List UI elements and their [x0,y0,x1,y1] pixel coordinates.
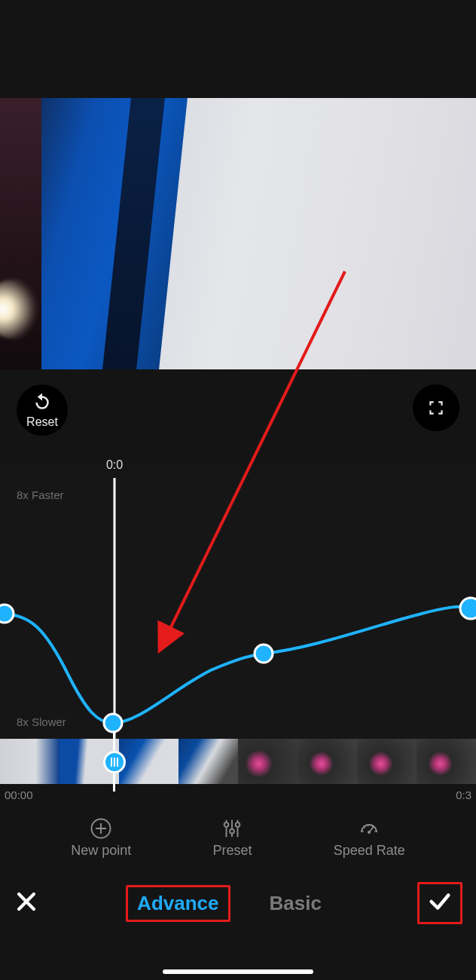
svg-point-3 [236,822,240,827]
close-icon [14,889,39,914]
timeline-start: 00:00 [5,789,33,801]
curve-point-1[interactable] [0,605,14,623]
speed-curve-svg [0,478,476,739]
timeline-end: 0:3 [456,789,471,801]
timeline-thumbnails[interactable] [0,739,476,784]
cancel-button[interactable] [14,889,39,917]
home-indicator[interactable] [163,969,313,974]
curve-point-2[interactable] [104,714,122,732]
fullscreen-button[interactable] [413,384,459,431]
mode-tabs: Advance Basic [126,885,331,922]
thumbnail[interactable] [0,739,60,784]
reset-icon [31,391,53,417]
preset-button[interactable]: Preset [212,817,252,859]
timeline-playhead-knob[interactable] [103,751,126,773]
gauge-icon [358,817,380,840]
video-preview[interactable] [0,98,476,369]
tab-advance[interactable]: Advance [126,885,230,922]
bottom-bar: Advance Basic [0,869,476,937]
playhead-time: 0:0 [96,458,133,472]
timeline-times: 00:00 0:3 [0,784,476,801]
thumbnail[interactable] [119,739,178,784]
reset-label: Reset [26,415,58,429]
curve-point-4[interactable] [460,598,476,619]
speed-toolbar: New point Preset Speed Rate [0,801,476,869]
new-point-button[interactable]: New point [71,817,131,859]
preset-label: Preset [212,843,252,859]
confirm-highlight [417,882,462,924]
speed-rate-button[interactable]: Speed Rate [334,817,405,859]
speed-graph[interactable]: 8x Faster 8x Slower [0,478,476,739]
check-icon [427,889,453,914]
thumbnail[interactable] [357,739,416,784]
video-frame [0,98,476,369]
preview-controls: Reset [0,369,476,460]
speed-rate-label: Speed Rate [334,843,405,859]
thumbnail[interactable] [298,739,357,784]
plus-circle-icon [90,817,112,840]
reset-button[interactable]: Reset [17,384,68,436]
app-root: Reset 0:0 8x Faster 8x Slower [0,0,476,980]
confirm-button[interactable] [427,889,453,917]
curve-point-3[interactable] [255,645,273,663]
sliders-icon [221,817,243,840]
thumbnail[interactable] [416,739,476,784]
speed-curve-panel: 0:0 8x Faster 8x Slower [0,460,476,739]
new-point-label: New point [71,843,131,859]
fullscreen-icon [426,398,446,418]
svg-point-1 [224,822,229,827]
top-status-gap [0,0,476,98]
thumbnail[interactable] [238,739,298,784]
thumbnail[interactable] [178,739,238,784]
tab-basic[interactable]: Basic [261,887,331,920]
svg-point-2 [230,828,235,833]
speed-curve-path[interactable] [0,607,476,723]
